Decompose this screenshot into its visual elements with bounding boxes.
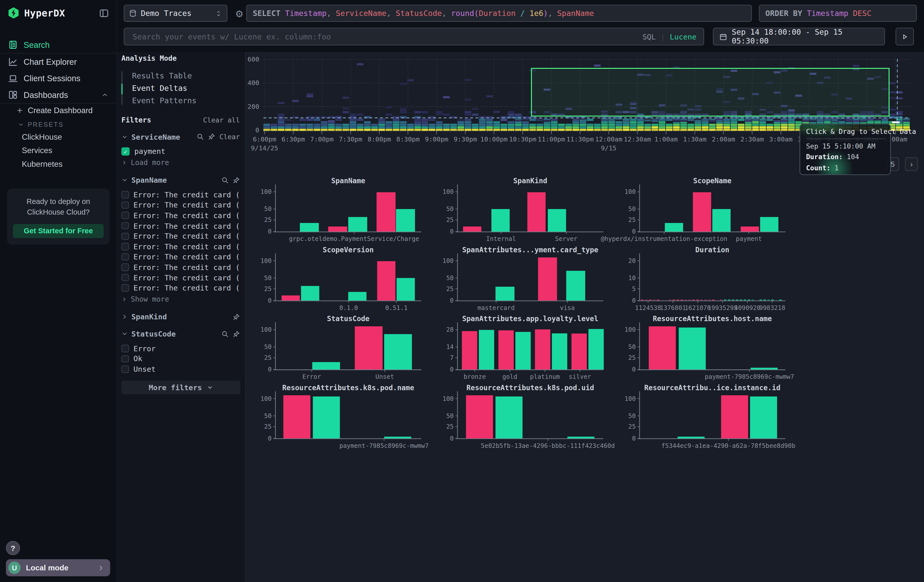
bar[interactable] [348,292,366,301]
bar[interactable] [679,327,706,369]
date-range-picker[interactable]: Sep 14 18:00:00 - Sep 15 05:30:00 [713,28,885,45]
filter-group-name[interactable]: SpanKind [131,312,167,321]
analysis-mode-results-table[interactable]: Results Table [121,69,240,82]
language-toggle-sql[interactable]: SQL [642,32,656,41]
source-settings-gear-icon[interactable]: ⚙ [231,8,247,20]
bar[interactable] [538,257,557,300]
chevron-down-icon[interactable] [121,330,128,337]
checkbox[interactable] [121,232,129,240]
sidebar-item-search[interactable]: Search [0,36,117,53]
bar[interactable] [495,287,514,301]
checkbox[interactable] [121,365,129,373]
bar[interactable] [498,330,514,370]
bar[interactable] [760,217,778,232]
selection-box[interactable] [531,68,889,116]
chevron-down-icon[interactable] [121,177,128,183]
filter-option[interactable]: Error: The credit card (… [121,252,240,262]
help-button[interactable]: ? [6,541,20,555]
bar[interactable] [376,192,396,232]
bar[interactable] [535,330,550,369]
filter-option[interactable]: ✓payment [121,146,240,157]
preset-services[interactable]: Services [0,144,117,157]
checkbox[interactable] [121,264,129,271]
bar[interactable] [384,437,411,439]
bar[interactable] [568,437,595,439]
checkbox[interactable] [121,201,129,209]
search-icon[interactable] [222,176,229,184]
search-icon[interactable] [197,133,204,140]
bar[interactable] [678,437,705,439]
filter-option[interactable]: Error: The credit card (… [121,190,240,200]
bar[interactable] [721,395,748,438]
bar[interactable] [355,326,383,369]
analysis-mode-event-deltas[interactable]: Event Deltas [121,82,240,94]
pin-icon[interactable] [233,176,240,184]
more-filters-button[interactable]: More filters [121,381,240,394]
bar[interactable] [750,397,777,439]
bar[interactable] [301,286,319,301]
bar[interactable] [712,209,731,232]
bar[interactable] [495,397,523,439]
analysis-mode-event-patterns[interactable]: Event Patterns [121,94,240,107]
show-more-link[interactable]: Show more [121,294,240,304]
bar[interactable] [348,217,367,232]
load-more-link[interactable]: Load more [121,158,240,168]
create-dashboard-button[interactable]: Create Dashboard [0,104,117,117]
bar[interactable] [741,226,759,232]
run-query-button[interactable] [896,28,914,45]
bar[interactable] [527,192,546,232]
bar[interactable] [589,329,604,369]
language-toggle-lucene[interactable]: Lucene [670,32,696,41]
sidebar-item-chart-explorer[interactable]: Chart Explorer [0,54,117,70]
search-icon[interactable] [222,330,229,337]
sidebar-item-dashboards[interactable]: Dashboards [0,87,117,103]
bar[interactable] [515,332,531,369]
filter-option[interactable]: Error: The credit card (… [121,241,240,252]
sidebar-collapse-button[interactable] [99,8,109,18]
search-input[interactable] [131,31,638,42]
bar[interactable] [396,278,415,301]
checkbox[interactable] [121,222,129,229]
bar[interactable] [328,226,347,232]
bar[interactable] [377,261,396,300]
select-clause-input[interactable]: SELECT Timestamp, ServiceName, StatusCod… [246,5,752,22]
bar[interactable] [313,397,340,439]
filter-option[interactable]: Error: The credit card (… [121,221,240,231]
bar[interactable] [312,362,340,369]
checkbox[interactable] [121,243,129,250]
checkbox[interactable] [121,274,129,281]
chevron-down-icon[interactable] [121,134,128,140]
filter-option[interactable]: Error: The credit card (… [121,200,240,210]
chevron-right-icon[interactable] [121,313,128,320]
checkbox[interactable] [121,191,129,198]
filter-option[interactable]: Error [121,343,240,354]
local-mode-button[interactable]: U Local mode [6,559,110,576]
bar[interactable] [649,326,676,369]
bar[interactable] [572,333,587,369]
filter-option[interactable]: Error: The credit card (… [121,210,240,221]
filter-option[interactable]: Error: The credit card (… [121,272,240,283]
get-started-button[interactable]: Get Started for Free [13,224,104,238]
order-by-input[interactable]: ORDER BY Timestamp DESC [759,5,917,22]
presets-toggle[interactable]: PRESETS [0,117,117,130]
checkbox[interactable]: ✓ [121,147,130,156]
bar[interactable] [693,192,711,232]
checkbox[interactable] [121,345,129,352]
checkbox[interactable] [121,284,129,292]
bar[interactable] [384,334,412,369]
clear-filter-link[interactable]: Clear [219,133,240,141]
bar[interactable] [479,330,494,369]
bar[interactable] [396,209,415,232]
pager-next-button[interactable]: › [905,157,918,171]
checkbox[interactable] [121,253,129,260]
source-select[interactable]: Demo Traces [124,5,228,22]
filter-option[interactable]: Error: The credit card (… [121,283,240,293]
bar[interactable] [283,395,310,438]
filter-group-name[interactable]: ServiceName [131,132,180,141]
checkbox[interactable] [121,355,129,362]
bar[interactable] [462,331,477,369]
clear-all-filters-link[interactable]: Clear all [203,116,240,125]
bar[interactable] [466,395,493,438]
bar[interactable] [463,226,481,232]
filter-option[interactable]: Error: The credit card (… [121,262,240,272]
